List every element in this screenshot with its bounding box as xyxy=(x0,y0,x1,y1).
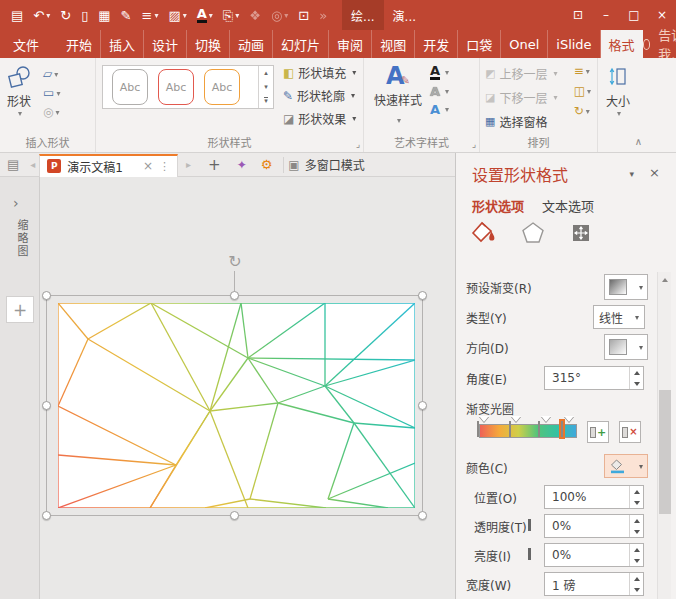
gallery-more-icon[interactable]: ▾ xyxy=(259,94,273,108)
menu-tab-5[interactable]: 动画 xyxy=(230,30,273,58)
resize-handle-nw[interactable] xyxy=(42,291,51,300)
effects-pentagon-icon[interactable] xyxy=(521,221,545,244)
redo-icon[interactable]: ↻ xyxy=(60,9,71,22)
type-dropdown[interactable]: 线性 xyxy=(593,305,645,329)
collapse-ribbon-icon[interactable]: ∧ xyxy=(635,136,642,147)
style-swatch-1[interactable]: Abc xyxy=(112,69,148,105)
add-gradient-stop-button[interactable] xyxy=(587,421,609,443)
tab-close-icon[interactable] xyxy=(143,159,153,173)
new-tab-icon[interactable] xyxy=(208,156,221,174)
dialog-launcher-icon[interactable] xyxy=(472,139,476,149)
file-history-icon[interactable] xyxy=(7,157,19,172)
text-box-button[interactable] xyxy=(43,87,60,99)
resize-handle-ne[interactable] xyxy=(418,291,427,300)
scrollbar-thumb[interactable] xyxy=(659,390,671,514)
scroll-tabs-right-icon[interactable] xyxy=(186,159,191,170)
menu-tab-8[interactable]: 视图 xyxy=(372,30,415,58)
menu-tab-0[interactable]: 文件 xyxy=(0,30,52,58)
expand-pane-icon[interactable]: › xyxy=(13,195,19,211)
multi-window-mode-button[interactable]: 多窗口模式 xyxy=(288,156,364,173)
menu-tab-10[interactable]: 口袋 xyxy=(458,30,501,58)
format-painter-icon[interactable]: ✎ xyxy=(121,9,132,22)
paste-icon[interactable]: ⎘ xyxy=(223,9,239,22)
resize-handle-sw[interactable] xyxy=(42,511,51,520)
selection-pane-button[interactable]: 选择窗格 xyxy=(485,113,557,130)
scrollbar-up-icon[interactable] xyxy=(658,272,671,288)
transparency-spinner[interactable]: 0% xyxy=(544,514,644,538)
size-button[interactable]: 大小 xyxy=(606,58,630,118)
menu-tab-2[interactable]: 插入 xyxy=(101,30,144,58)
spin-up-icon[interactable] xyxy=(634,371,640,375)
brightness-spinner[interactable]: 0% xyxy=(544,543,644,567)
position-spinner[interactable]: 100% xyxy=(544,485,644,509)
shapes-button[interactable]: 形状 xyxy=(6,58,32,118)
spin-up-icon[interactable] xyxy=(634,519,640,523)
remove-gradient-stop-button[interactable] xyxy=(619,421,641,443)
merge-shapes-button[interactable] xyxy=(43,106,60,118)
text-fill-button[interactable]: A xyxy=(430,64,449,80)
gallery-up-icon[interactable]: ▴ xyxy=(259,66,273,80)
dialog-launcher-icon[interactable] xyxy=(356,139,360,149)
settings-gear-icon[interactable] xyxy=(261,157,273,172)
menu-tab-6[interactable]: 幻灯片 xyxy=(273,30,329,58)
menu-tab-13[interactable]: 格式 xyxy=(601,30,643,58)
font-color-icon[interactable]: A xyxy=(197,7,213,23)
rotation-handle[interactable] xyxy=(226,253,244,271)
document-tab[interactable]: P 演示文稿1 xyxy=(39,154,178,177)
menu-tab-4[interactable]: 切换 xyxy=(187,30,230,58)
align-button[interactable] xyxy=(574,65,591,77)
text-effects-button[interactable]: A xyxy=(430,103,449,116)
resize-handle-e[interactable] xyxy=(418,401,427,410)
text-outline-button[interactable]: A xyxy=(430,85,449,98)
shape-fill-button[interactable]: 形状填充 xyxy=(283,64,356,81)
panel-close-icon[interactable] xyxy=(649,165,660,180)
selected-shape[interactable] xyxy=(58,303,415,508)
gradient-stops-bar[interactable] xyxy=(479,424,577,438)
color-dropdown[interactable] xyxy=(604,454,648,478)
menu-tab-11[interactable]: Onel xyxy=(501,30,548,58)
fill-color-icon[interactable]: ▨ xyxy=(168,9,186,22)
menu-tab-7[interactable]: 审阅 xyxy=(329,30,372,58)
spinner-arrows[interactable] xyxy=(629,573,643,595)
new-file-icon[interactable]: ▯ xyxy=(81,9,88,22)
gradient-stop-3[interactable] xyxy=(538,422,549,436)
quick-styles-button[interactable]: A✎ 快速样式 xyxy=(372,64,424,127)
angle-spinner[interactable]: 315° xyxy=(544,366,644,390)
spin-down-icon[interactable] xyxy=(634,501,640,505)
brightness-slider[interactable] xyxy=(528,548,531,560)
grid-icon[interactable]: ▦ xyxy=(98,9,110,22)
save-icon[interactable]: ▤ xyxy=(11,9,23,22)
preset-gradient-dropdown[interactable] xyxy=(604,274,648,300)
menu-tab-12[interactable]: iSlide xyxy=(548,30,600,58)
add-slide-button[interactable]: + xyxy=(6,296,34,323)
spinner-arrows[interactable] xyxy=(629,367,643,389)
style-swatch-3[interactable]: Abc xyxy=(204,69,240,105)
scroll-tabs-left-icon[interactable] xyxy=(30,159,35,170)
send-backward-button[interactable]: 下移一层 xyxy=(485,89,557,106)
menu-tab-9[interactable]: 开发 xyxy=(415,30,458,58)
panel-menu-icon[interactable] xyxy=(629,169,634,179)
panel-scrollbar[interactable] xyxy=(657,272,671,599)
spin-down-icon[interactable] xyxy=(634,588,640,592)
group-objects-button[interactable] xyxy=(574,85,591,97)
resize-handle-n[interactable] xyxy=(230,291,239,300)
tab-menu-icon[interactable] xyxy=(159,160,170,173)
ribbon-display-icon[interactable]: ⊡ xyxy=(564,0,592,30)
shape-combine-icon[interactable]: ❖ xyxy=(249,9,261,22)
menu-tab-3[interactable]: 设计 xyxy=(144,30,187,58)
tab-shape-options[interactable]: 形状选项 xyxy=(472,196,524,215)
minimize-icon[interactable]: – xyxy=(592,0,620,30)
spin-up-icon[interactable] xyxy=(634,548,640,552)
maximize-icon[interactable]: □ xyxy=(620,0,648,30)
gradient-stop-2[interactable] xyxy=(509,422,520,436)
gradient-stop-4[interactable] xyxy=(561,422,572,436)
more-icon[interactable]: » xyxy=(319,9,327,22)
bring-forward-button[interactable]: 上移一层 xyxy=(485,65,557,82)
indent-icon[interactable]: ≡ xyxy=(141,9,158,22)
spin-up-icon[interactable] xyxy=(634,577,640,581)
gallery-down-icon[interactable]: ▾ xyxy=(259,80,273,94)
spinner-arrows[interactable] xyxy=(629,544,643,566)
fill-line-icon[interactable] xyxy=(470,220,497,245)
magic-wand-icon[interactable] xyxy=(237,158,247,172)
undo-icon[interactable]: ↶ xyxy=(33,9,50,22)
